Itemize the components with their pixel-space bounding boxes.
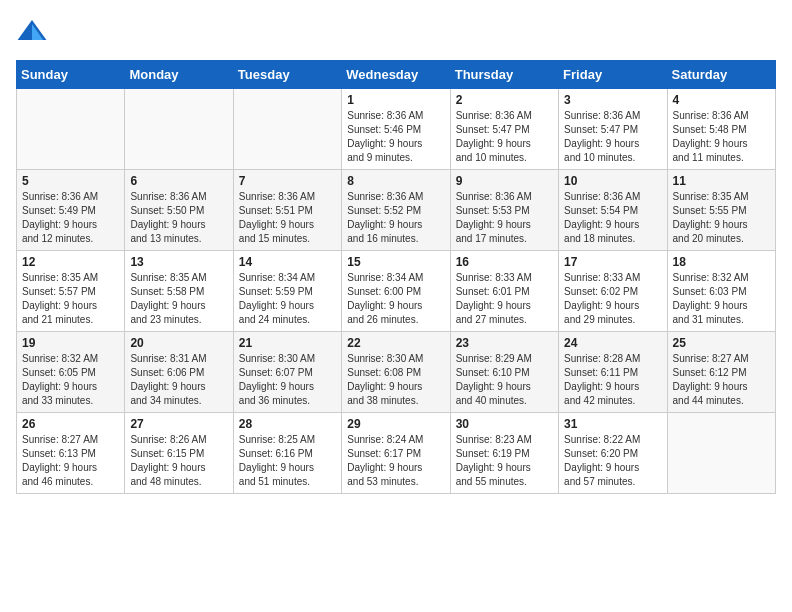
day-number: 3	[564, 93, 661, 107]
day-info: Sunrise: 8:25 AM Sunset: 6:16 PM Dayligh…	[239, 433, 336, 489]
calendar-week-row: 26Sunrise: 8:27 AM Sunset: 6:13 PM Dayli…	[17, 413, 776, 494]
day-info: Sunrise: 8:34 AM Sunset: 6:00 PM Dayligh…	[347, 271, 444, 327]
calendar-cell: 30Sunrise: 8:23 AM Sunset: 6:19 PM Dayli…	[450, 413, 558, 494]
day-number: 30	[456, 417, 553, 431]
weekday-header: Saturday	[667, 61, 775, 89]
day-info: Sunrise: 8:35 AM Sunset: 5:58 PM Dayligh…	[130, 271, 227, 327]
calendar-cell	[233, 89, 341, 170]
day-number: 12	[22, 255, 119, 269]
day-info: Sunrise: 8:35 AM Sunset: 5:57 PM Dayligh…	[22, 271, 119, 327]
calendar-cell: 19Sunrise: 8:32 AM Sunset: 6:05 PM Dayli…	[17, 332, 125, 413]
calendar-cell: 11Sunrise: 8:35 AM Sunset: 5:55 PM Dayli…	[667, 170, 775, 251]
weekday-header-row: SundayMondayTuesdayWednesdayThursdayFrid…	[17, 61, 776, 89]
day-number: 8	[347, 174, 444, 188]
day-number: 5	[22, 174, 119, 188]
day-info: Sunrise: 8:34 AM Sunset: 5:59 PM Dayligh…	[239, 271, 336, 327]
calendar-cell: 24Sunrise: 8:28 AM Sunset: 6:11 PM Dayli…	[559, 332, 667, 413]
day-info: Sunrise: 8:30 AM Sunset: 6:07 PM Dayligh…	[239, 352, 336, 408]
calendar-cell: 28Sunrise: 8:25 AM Sunset: 6:16 PM Dayli…	[233, 413, 341, 494]
day-number: 16	[456, 255, 553, 269]
day-info: Sunrise: 8:36 AM Sunset: 5:54 PM Dayligh…	[564, 190, 661, 246]
calendar-cell: 20Sunrise: 8:31 AM Sunset: 6:06 PM Dayli…	[125, 332, 233, 413]
day-number: 2	[456, 93, 553, 107]
calendar-cell: 6Sunrise: 8:36 AM Sunset: 5:50 PM Daylig…	[125, 170, 233, 251]
calendar-cell	[667, 413, 775, 494]
calendar-cell: 4Sunrise: 8:36 AM Sunset: 5:48 PM Daylig…	[667, 89, 775, 170]
calendar-cell: 14Sunrise: 8:34 AM Sunset: 5:59 PM Dayli…	[233, 251, 341, 332]
day-number: 19	[22, 336, 119, 350]
calendar-cell: 21Sunrise: 8:30 AM Sunset: 6:07 PM Dayli…	[233, 332, 341, 413]
calendar-cell	[125, 89, 233, 170]
day-number: 26	[22, 417, 119, 431]
day-info: Sunrise: 8:33 AM Sunset: 6:02 PM Dayligh…	[564, 271, 661, 327]
day-info: Sunrise: 8:31 AM Sunset: 6:06 PM Dayligh…	[130, 352, 227, 408]
weekday-header: Tuesday	[233, 61, 341, 89]
day-info: Sunrise: 8:36 AM Sunset: 5:47 PM Dayligh…	[564, 109, 661, 165]
calendar-cell: 29Sunrise: 8:24 AM Sunset: 6:17 PM Dayli…	[342, 413, 450, 494]
day-info: Sunrise: 8:24 AM Sunset: 6:17 PM Dayligh…	[347, 433, 444, 489]
day-number: 29	[347, 417, 444, 431]
logo	[16, 16, 52, 48]
page-header	[16, 16, 776, 48]
calendar-cell: 7Sunrise: 8:36 AM Sunset: 5:51 PM Daylig…	[233, 170, 341, 251]
calendar-cell: 27Sunrise: 8:26 AM Sunset: 6:15 PM Dayli…	[125, 413, 233, 494]
day-number: 13	[130, 255, 227, 269]
calendar-week-row: 12Sunrise: 8:35 AM Sunset: 5:57 PM Dayli…	[17, 251, 776, 332]
calendar-cell: 9Sunrise: 8:36 AM Sunset: 5:53 PM Daylig…	[450, 170, 558, 251]
day-info: Sunrise: 8:32 AM Sunset: 6:05 PM Dayligh…	[22, 352, 119, 408]
calendar-cell: 23Sunrise: 8:29 AM Sunset: 6:10 PM Dayli…	[450, 332, 558, 413]
day-info: Sunrise: 8:29 AM Sunset: 6:10 PM Dayligh…	[456, 352, 553, 408]
day-number: 28	[239, 417, 336, 431]
calendar-cell: 26Sunrise: 8:27 AM Sunset: 6:13 PM Dayli…	[17, 413, 125, 494]
calendar-cell: 16Sunrise: 8:33 AM Sunset: 6:01 PM Dayli…	[450, 251, 558, 332]
day-info: Sunrise: 8:26 AM Sunset: 6:15 PM Dayligh…	[130, 433, 227, 489]
day-info: Sunrise: 8:36 AM Sunset: 5:48 PM Dayligh…	[673, 109, 770, 165]
calendar-cell: 15Sunrise: 8:34 AM Sunset: 6:00 PM Dayli…	[342, 251, 450, 332]
day-number: 7	[239, 174, 336, 188]
weekday-header: Friday	[559, 61, 667, 89]
day-number: 21	[239, 336, 336, 350]
calendar-cell: 25Sunrise: 8:27 AM Sunset: 6:12 PM Dayli…	[667, 332, 775, 413]
weekday-header: Sunday	[17, 61, 125, 89]
calendar-week-row: 5Sunrise: 8:36 AM Sunset: 5:49 PM Daylig…	[17, 170, 776, 251]
day-info: Sunrise: 8:30 AM Sunset: 6:08 PM Dayligh…	[347, 352, 444, 408]
calendar-cell: 10Sunrise: 8:36 AM Sunset: 5:54 PM Dayli…	[559, 170, 667, 251]
day-info: Sunrise: 8:32 AM Sunset: 6:03 PM Dayligh…	[673, 271, 770, 327]
logo-icon	[16, 16, 48, 48]
weekday-header: Thursday	[450, 61, 558, 89]
day-number: 20	[130, 336, 227, 350]
day-number: 4	[673, 93, 770, 107]
calendar-cell: 22Sunrise: 8:30 AM Sunset: 6:08 PM Dayli…	[342, 332, 450, 413]
day-number: 15	[347, 255, 444, 269]
calendar-cell: 1Sunrise: 8:36 AM Sunset: 5:46 PM Daylig…	[342, 89, 450, 170]
day-info: Sunrise: 8:36 AM Sunset: 5:49 PM Dayligh…	[22, 190, 119, 246]
day-number: 11	[673, 174, 770, 188]
day-info: Sunrise: 8:22 AM Sunset: 6:20 PM Dayligh…	[564, 433, 661, 489]
day-number: 31	[564, 417, 661, 431]
day-number: 10	[564, 174, 661, 188]
day-info: Sunrise: 8:36 AM Sunset: 5:46 PM Dayligh…	[347, 109, 444, 165]
day-number: 9	[456, 174, 553, 188]
day-info: Sunrise: 8:36 AM Sunset: 5:47 PM Dayligh…	[456, 109, 553, 165]
calendar-cell: 18Sunrise: 8:32 AM Sunset: 6:03 PM Dayli…	[667, 251, 775, 332]
day-number: 14	[239, 255, 336, 269]
day-number: 6	[130, 174, 227, 188]
calendar-cell: 8Sunrise: 8:36 AM Sunset: 5:52 PM Daylig…	[342, 170, 450, 251]
calendar-cell: 17Sunrise: 8:33 AM Sunset: 6:02 PM Dayli…	[559, 251, 667, 332]
day-number: 17	[564, 255, 661, 269]
calendar-week-row: 19Sunrise: 8:32 AM Sunset: 6:05 PM Dayli…	[17, 332, 776, 413]
day-number: 23	[456, 336, 553, 350]
day-info: Sunrise: 8:36 AM Sunset: 5:53 PM Dayligh…	[456, 190, 553, 246]
day-number: 1	[347, 93, 444, 107]
calendar-cell: 13Sunrise: 8:35 AM Sunset: 5:58 PM Dayli…	[125, 251, 233, 332]
calendar-cell: 31Sunrise: 8:22 AM Sunset: 6:20 PM Dayli…	[559, 413, 667, 494]
day-info: Sunrise: 8:28 AM Sunset: 6:11 PM Dayligh…	[564, 352, 661, 408]
day-info: Sunrise: 8:36 AM Sunset: 5:52 PM Dayligh…	[347, 190, 444, 246]
calendar-table: SundayMondayTuesdayWednesdayThursdayFrid…	[16, 60, 776, 494]
day-number: 18	[673, 255, 770, 269]
day-info: Sunrise: 8:23 AM Sunset: 6:19 PM Dayligh…	[456, 433, 553, 489]
calendar-cell: 5Sunrise: 8:36 AM Sunset: 5:49 PM Daylig…	[17, 170, 125, 251]
day-number: 25	[673, 336, 770, 350]
weekday-header: Wednesday	[342, 61, 450, 89]
day-number: 22	[347, 336, 444, 350]
